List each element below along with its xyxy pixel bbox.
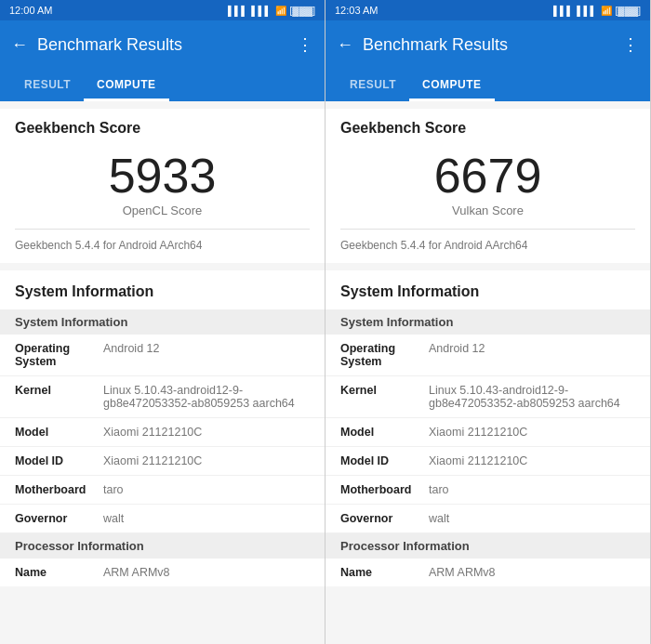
table-row: Model IDXiaomi 21121210C [0,447,325,476]
info-value: Xiaomi 21121210C [429,426,635,439]
info-value: taro [429,483,635,496]
info-key: Operating System [15,342,103,368]
app-bar: ←Benchmark Results⋮ [326,20,650,69]
info-value: ARM ARMv8 [103,566,310,579]
table-row: ModelXiaomi 21121210C [326,418,650,447]
tab-bar: RESULTCOMPUTE [0,69,325,101]
table-row: Motherboardtaro [0,476,325,505]
info-key: Name [15,566,103,579]
table-row: NameARM ARMv8 [0,559,325,586]
app-bar-title: Benchmark Results [37,35,287,55]
battery-icon: [▓▓▓] [616,6,641,16]
system-info-title: System Information [326,270,650,309]
info-key: Motherboard [15,483,103,496]
info-key: Model [340,426,429,439]
score-card: Geekbench Score6679Vulkan ScoreGeekbench… [326,109,650,263]
system-info-card: System InformationSystem InformationOper… [0,270,325,586]
more-options-icon[interactable]: ⋮ [622,34,639,55]
phone-panel-right: 12:03 AM ▌▌▌ ▌▌▌ 📶 [▓▓▓] ←Benchmark Resu… [326,0,651,644]
table-row: Operating SystemAndroid 12 [326,335,650,376]
tab-compute[interactable]: COMPUTE [84,69,169,101]
table-row: Governorwalt [326,505,650,533]
info-value: Linux 5.10.43-android12-9-gb8e472053352-… [103,384,310,410]
info-value: walt [429,512,635,525]
tab-result[interactable]: RESULT [337,69,409,101]
signal2-icon: ▌▌▌ [251,6,271,16]
section-header-0: System Information [326,309,650,335]
score-number: 5933 [15,151,310,200]
phone-panel-left: 12:00 AM ▌▌▌ ▌▌▌ 📶 [▓▓▓] ←Benchmark Resu… [0,0,326,644]
table-row: NameARM ARMv8 [326,559,650,586]
geekbench-score-title: Geekbench Score [340,120,635,137]
status-icons: ▌▌▌ ▌▌▌ 📶 [▓▓▓] [553,6,641,16]
info-key: Model ID [340,454,429,467]
info-value: taro [103,483,310,496]
info-key: Model [15,426,103,439]
info-key: Governor [15,512,103,525]
back-button[interactable]: ← [337,35,353,55]
info-value: Linux 5.10.43-android12-9-gb8e472053352-… [429,384,635,410]
tab-compute[interactable]: COMPUTE [409,69,495,101]
content-area: Geekbench Score5933OpenCL ScoreGeekbench… [0,101,325,644]
table-row: Model IDXiaomi 21121210C [326,447,650,476]
battery-icon: [▓▓▓] [290,6,315,16]
signal2-icon: ▌▌▌ [577,6,596,16]
app-bar-title: Benchmark Results [363,35,613,55]
info-value: walt [103,512,310,525]
table-row: Operating SystemAndroid 12 [0,335,325,376]
status-icons: ▌▌▌ ▌▌▌ 📶 [▓▓▓] [228,6,315,16]
info-value: ARM ARMv8 [429,566,635,579]
more-options-icon[interactable]: ⋮ [297,34,313,55]
geekbench-score-title: Geekbench Score [15,120,310,137]
info-value: Xiaomi 21121210C [103,454,310,467]
info-key: Operating System [340,342,429,368]
section-header-0: System Information [0,309,325,335]
info-key: Kernel [340,384,429,397]
score-number: 6679 [340,151,635,200]
info-key: Motherboard [340,483,429,496]
wifi-icon: 📶 [601,6,612,16]
status-time: 12:00 AM [9,5,52,16]
score-label: OpenCL Score [15,204,310,217]
status-bar: 12:03 AM ▌▌▌ ▌▌▌ 📶 [▓▓▓] [326,0,650,20]
info-value: Android 12 [429,342,635,355]
info-value: Xiaomi 21121210C [429,454,635,467]
info-key: Model ID [15,454,103,467]
signal1-icon: ▌▌▌ [553,6,573,16]
table-row: Motherboardtaro [326,476,650,505]
table-row: KernelLinux 5.10.43-android12-9-gb8e4720… [326,376,650,418]
table-row: ModelXiaomi 21121210C [0,418,325,447]
tab-result[interactable]: RESULT [11,69,84,101]
table-row: KernelLinux 5.10.43-android12-9-gb8e4720… [0,376,325,418]
status-time: 12:03 AM [335,5,378,16]
info-key: Governor [340,512,429,525]
score-card: Geekbench Score5933OpenCL ScoreGeekbench… [0,109,325,263]
tab-bar: RESULTCOMPUTE [326,69,650,101]
signal1-icon: ▌▌▌ [228,6,247,16]
back-button[interactable]: ← [11,35,28,55]
score-footer: Geekbench 5.4.4 for Android AArch64 [15,229,310,252]
info-value: Xiaomi 21121210C [103,426,310,439]
info-value: Android 12 [103,342,310,355]
system-info-title: System Information [0,270,325,309]
system-info-card: System InformationSystem InformationOper… [326,270,650,586]
section-header-1: Processor Information [0,533,325,559]
section-header-1: Processor Information [326,533,650,559]
app-bar: ←Benchmark Results⋮ [0,20,325,69]
status-bar: 12:00 AM ▌▌▌ ▌▌▌ 📶 [▓▓▓] [0,0,325,20]
info-key: Kernel [15,384,103,397]
wifi-icon: 📶 [275,6,286,16]
score-footer: Geekbench 5.4.4 for Android AArch64 [340,229,635,252]
table-row: Governorwalt [0,505,325,533]
score-label: Vulkan Score [340,204,635,217]
content-area: Geekbench Score6679Vulkan ScoreGeekbench… [326,101,650,644]
info-key: Name [340,566,429,579]
